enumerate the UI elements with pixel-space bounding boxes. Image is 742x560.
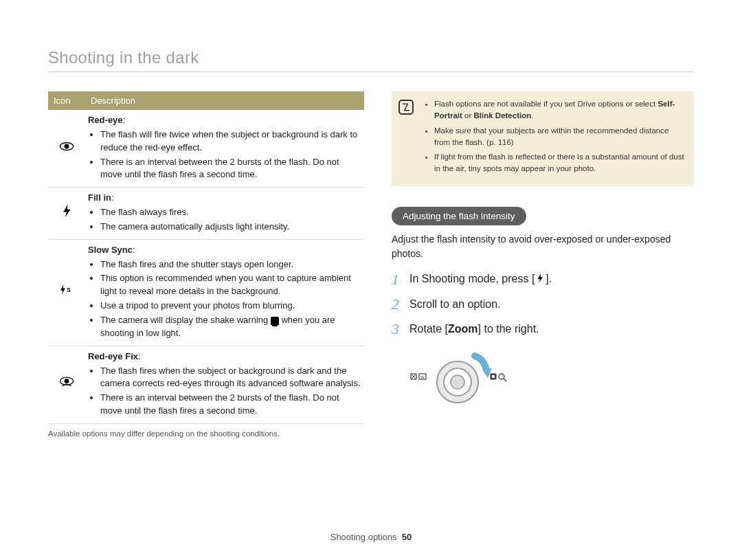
option-bullet: The flash always fires. — [100, 206, 361, 219]
footer-page-number: 50 — [402, 532, 412, 542]
content-columns: Icon Description Red-eye:The flash will … — [48, 91, 694, 438]
svg-point-15 — [451, 375, 464, 389]
step-number: 3 — [392, 320, 409, 338]
th-description: Description — [85, 91, 364, 110]
red-eye-fix-icon — [59, 379, 74, 392]
table-row: Red-eye:The flash will fire twice when t… — [48, 110, 364, 188]
flash-button-icon — [535, 273, 546, 287]
note-bullet: Flash options are not available if you s… — [434, 98, 684, 122]
red-eye-icon — [59, 143, 74, 157]
step: 2Scroll to an option. — [392, 295, 694, 313]
section-heading-pill: Adjusting the flash intensity — [392, 207, 526, 225]
svg-text:S: S — [67, 287, 71, 293]
option-title: Red-eye Fix — [88, 351, 138, 361]
note-bullet: If light from the flash is reflected or … — [434, 151, 684, 175]
svg-line-20 — [504, 379, 506, 381]
th-icon: Icon — [48, 91, 85, 110]
flash-options-table: Icon Description Red-eye:The flash will … — [48, 91, 364, 424]
option-bullet: There is an interval between the 2 burst… — [100, 392, 361, 418]
note-bold: Blink Detection — [474, 111, 532, 120]
table-row: Fill in:The flash always fires.The camer… — [48, 188, 364, 240]
table-row: Red-eye Fix:The flash fires when the sub… — [48, 346, 364, 423]
note-icon — [398, 100, 414, 115]
section-intro: Adjust the flash intensity to avoid over… — [392, 232, 694, 261]
steps-list: 1In Shooting mode, press [].2Scroll to a… — [392, 271, 694, 338]
step: 1In Shooting mode, press []. — [392, 271, 694, 289]
table-row: SSlow Sync:The flash fires and the shutt… — [48, 239, 364, 346]
option-title: Red-eye — [88, 115, 123, 125]
step-text: Scroll to an option. — [409, 298, 501, 311]
note-bullet: Make sure that your subjects are within … — [434, 125, 684, 149]
step: 3Rotate [Zoom] to the right. — [392, 320, 694, 338]
svg-point-6 — [65, 379, 69, 383]
step-text: In Shooting mode, press []. — [409, 273, 552, 287]
svg-point-1 — [65, 144, 69, 148]
option-bullet-list: The flash fires and the shutter stays op… — [88, 258, 361, 340]
svg-marker-2 — [63, 205, 70, 218]
option-title: Fill in — [88, 192, 111, 203]
option-bullet-list: The flash fires when the subject or back… — [88, 365, 361, 418]
option-bullet: The camera will display the shake warnin… — [100, 314, 361, 340]
step-number: 1 — [392, 271, 409, 289]
page-footer: Shooting options 50 — [0, 532, 742, 542]
page-title: Shooting in the dark — [48, 48, 694, 67]
title-divider — [48, 71, 694, 72]
table-footnote: Available options may differ depending o… — [48, 429, 364, 438]
svg-text:W: W — [420, 375, 425, 379]
option-bullet-list: The flash always fires.The camera automa… — [88, 206, 361, 234]
svg-rect-18 — [492, 375, 495, 378]
footer-label: Shooting options — [330, 532, 397, 542]
svg-marker-7 — [538, 273, 543, 283]
option-bullet: This option is recommended when you want… — [100, 272, 361, 298]
option-bullet: The flash will fire twice when the subje… — [100, 128, 361, 155]
right-column: Flash options are not available if you s… — [392, 91, 694, 438]
fill-in-icon — [59, 208, 74, 221]
option-title: Slow Sync — [88, 245, 133, 255]
note-bold: Self-Portrait — [434, 100, 675, 120]
option-bullet: There is an interval between the 2 burst… — [100, 156, 361, 182]
svg-marker-3 — [60, 284, 65, 294]
step-text: Rotate [Zoom] to the right. — [409, 323, 539, 335]
option-bullet: The camera automatically adjusts light i… — [100, 221, 361, 234]
note-box: Flash options are not available if you s… — [392, 91, 694, 186]
step-number: 2 — [392, 295, 409, 313]
zoom-dial-diagram: W — [409, 349, 694, 414]
shake-warning-icon — [271, 317, 279, 325]
option-bullet: The flash fires when the subject or back… — [100, 365, 361, 391]
step-bold: Zoom — [448, 323, 478, 335]
slow-sync-icon: S — [59, 287, 74, 300]
option-bullet-list: The flash will fire twice when the subje… — [88, 128, 361, 181]
left-column: Icon Description Red-eye:The flash will … — [48, 91, 364, 438]
svg-point-19 — [499, 374, 504, 379]
option-bullet: The flash fires and the shutter stays op… — [100, 258, 361, 271]
option-bullet: Use a tripod to prevent your photos from… — [100, 300, 361, 313]
